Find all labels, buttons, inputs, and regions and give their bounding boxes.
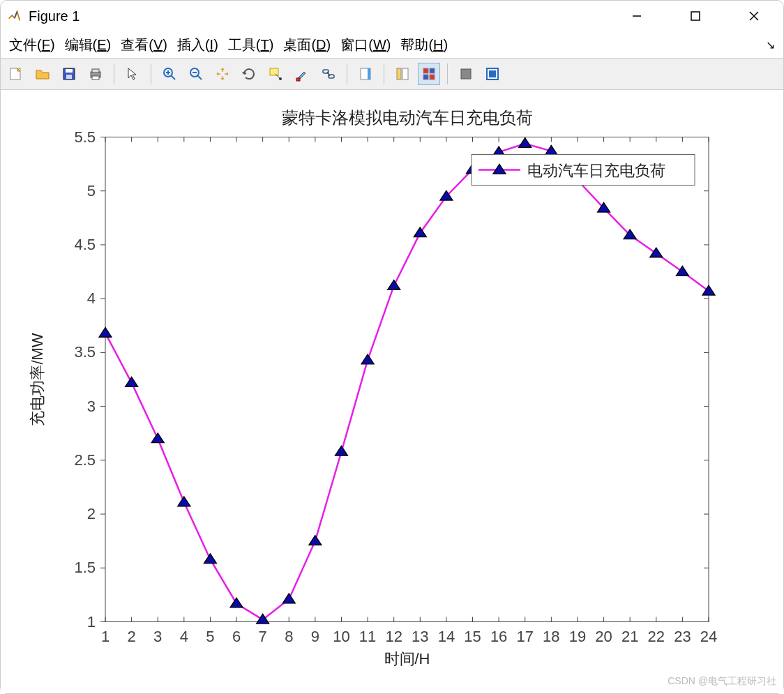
x-tick-label: 11 bbox=[359, 628, 376, 645]
watermark: CSDN @电气工程研习社 bbox=[668, 675, 776, 688]
menu-window[interactable]: 窗口(W) bbox=[340, 36, 391, 54]
svg-rect-1 bbox=[691, 12, 700, 20]
x-tick-label: 14 bbox=[438, 628, 455, 645]
svg-rect-30 bbox=[430, 68, 435, 73]
y-tick-label: 3 bbox=[87, 398, 96, 415]
x-axis-label: 时间/H bbox=[384, 650, 430, 667]
toolbar-separator bbox=[384, 63, 384, 84]
svg-rect-11 bbox=[92, 76, 99, 80]
svg-rect-29 bbox=[423, 68, 428, 73]
x-tick-label: 18 bbox=[543, 628, 559, 645]
x-tick-label: 6 bbox=[232, 628, 241, 645]
y-tick-label: 2.5 bbox=[74, 451, 96, 469]
x-tick-label: 10 bbox=[333, 628, 349, 645]
y-tick-label: 3.5 bbox=[74, 343, 96, 361]
print-button[interactable] bbox=[84, 63, 107, 85]
y-tick-label: 1.5 bbox=[74, 559, 96, 576]
svg-rect-27 bbox=[397, 68, 401, 80]
toolbar-separator bbox=[347, 63, 347, 84]
hide-plot-button[interactable] bbox=[455, 63, 477, 85]
rotate-button[interactable] bbox=[238, 63, 260, 85]
y-axis-label: 充电功率/MW bbox=[29, 333, 46, 425]
svg-rect-36 bbox=[105, 137, 709, 622]
undock-icon[interactable]: ↘ bbox=[766, 38, 775, 52]
toolbar-separator bbox=[151, 63, 151, 84]
figure-window: Figure 1 文件(F) 编辑(E) 查看(V) 插入(I) 工具(T) 桌… bbox=[0, 0, 784, 694]
x-tick-label: 22 bbox=[648, 628, 665, 645]
colorbar-button[interactable] bbox=[354, 63, 377, 85]
svg-rect-32 bbox=[430, 75, 435, 80]
x-tick-label: 9 bbox=[311, 628, 319, 645]
x-tick-label: 24 bbox=[700, 628, 717, 645]
x-tick-label: 1 bbox=[101, 628, 110, 645]
pan-button[interactable] bbox=[211, 63, 234, 85]
svg-rect-21 bbox=[296, 78, 300, 81]
new-figure-button[interactable] bbox=[5, 63, 27, 85]
x-tick-label: 15 bbox=[464, 628, 481, 645]
show-plot-button[interactable] bbox=[481, 63, 504, 85]
close-button[interactable] bbox=[739, 6, 769, 27]
svg-rect-28 bbox=[402, 68, 408, 80]
x-tick-label: 2 bbox=[127, 628, 135, 645]
svg-rect-7 bbox=[66, 69, 73, 73]
menu-file[interactable]: 文件(F) bbox=[9, 36, 55, 54]
minimize-button[interactable] bbox=[621, 6, 652, 27]
brush-button[interactable] bbox=[291, 63, 313, 85]
x-tick-label: 12 bbox=[385, 628, 402, 645]
menu-tools[interactable]: 工具(T) bbox=[228, 36, 274, 54]
x-tick-label: 5 bbox=[206, 628, 214, 645]
menu-view[interactable]: 查看(V) bbox=[121, 36, 167, 54]
y-tick-label: 1 bbox=[87, 613, 96, 631]
svg-rect-19 bbox=[270, 68, 278, 75]
toolbar-separator bbox=[447, 63, 448, 84]
svg-rect-35 bbox=[489, 70, 496, 77]
pointer-button[interactable] bbox=[121, 63, 144, 85]
x-tick-label: 16 bbox=[490, 628, 507, 645]
zoom-in-button[interactable] bbox=[158, 63, 181, 85]
chart: 蒙特卡洛模拟电动汽车日充电负荷11.522.533.544.555.512345… bbox=[1, 90, 783, 693]
menu-help[interactable]: 帮助(H) bbox=[400, 36, 448, 54]
svg-line-13 bbox=[171, 75, 175, 80]
menu-edit[interactable]: 编辑(E) bbox=[65, 36, 112, 54]
maximize-button[interactable] bbox=[680, 6, 711, 27]
y-tick-label: 4 bbox=[87, 289, 96, 307]
chart-title: 蒙特卡洛模拟电动汽车日充电负荷 bbox=[282, 108, 533, 127]
plot-tools-button[interactable] bbox=[418, 63, 440, 85]
y-tick-label: 5.5 bbox=[74, 128, 96, 146]
svg-rect-10 bbox=[92, 69, 99, 73]
data-cursor-button[interactable] bbox=[264, 63, 287, 85]
y-tick-label: 2 bbox=[87, 505, 96, 522]
figure-area[interactable]: 蒙特卡洛模拟电动汽车日充电负荷11.522.533.544.555.512345… bbox=[1, 90, 783, 693]
x-tick-label: 21 bbox=[621, 628, 638, 645]
x-tick-label: 17 bbox=[516, 628, 533, 645]
window-title: Figure 1 bbox=[29, 8, 621, 24]
x-tick-label: 19 bbox=[569, 628, 586, 645]
svg-line-17 bbox=[197, 75, 202, 80]
link-button[interactable] bbox=[317, 63, 340, 85]
save-button[interactable] bbox=[58, 63, 80, 85]
y-tick-label: 5 bbox=[87, 182, 96, 199]
svg-point-20 bbox=[279, 77, 282, 80]
svg-rect-8 bbox=[66, 75, 72, 79]
menu-insert[interactable]: 插入(I) bbox=[177, 36, 218, 54]
legend-label: 电动汽车日充电负荷 bbox=[527, 162, 665, 179]
open-button[interactable] bbox=[31, 63, 54, 85]
toolbar-separator bbox=[114, 63, 114, 84]
toolbar bbox=[1, 58, 783, 90]
x-tick-label: 3 bbox=[153, 628, 162, 645]
svg-rect-26 bbox=[368, 68, 370, 80]
zoom-out-button[interactable] bbox=[185, 63, 207, 85]
titlebar: Figure 1 bbox=[1, 1, 783, 31]
y-tick-label: 4.5 bbox=[74, 236, 96, 253]
x-tick-label: 7 bbox=[259, 628, 267, 645]
menu-desktop[interactable]: 桌面(D) bbox=[283, 36, 331, 54]
x-tick-label: 20 bbox=[595, 628, 612, 645]
menubar: 文件(F) 编辑(E) 查看(V) 插入(I) 工具(T) 桌面(D) 窗口(W… bbox=[1, 31, 783, 58]
legend-button[interactable] bbox=[391, 63, 414, 85]
x-tick-label: 13 bbox=[412, 628, 428, 645]
matlab-icon bbox=[6, 8, 22, 24]
window-controls bbox=[621, 6, 769, 27]
svg-rect-31 bbox=[423, 75, 428, 80]
x-tick-label: 23 bbox=[674, 628, 691, 645]
x-tick-label: 8 bbox=[285, 628, 293, 645]
